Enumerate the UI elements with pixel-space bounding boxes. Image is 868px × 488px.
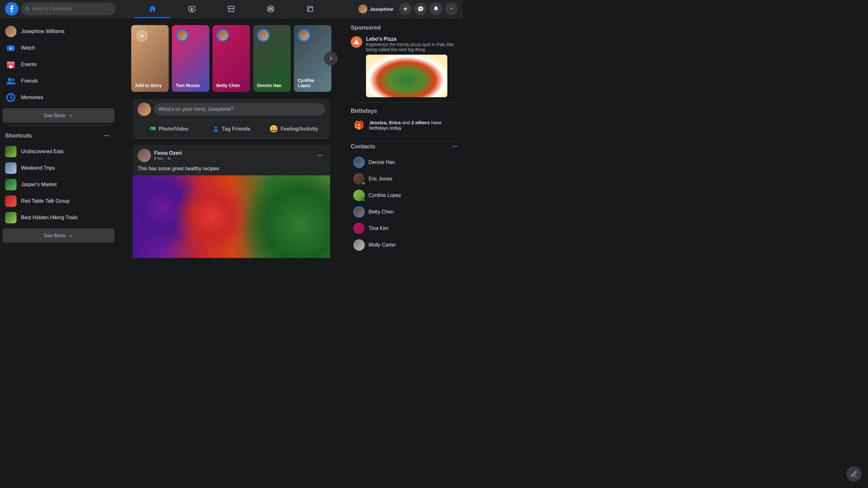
sponsored-item[interactable]: Lebo's Pizza Experience the trendy pizza… — [351, 34, 460, 100]
svg-point-11 — [12, 79, 14, 81]
shortcuts-options[interactable] — [102, 130, 112, 141]
svg-point-25 — [454, 146, 455, 147]
facebook-logo[interactable] — [5, 2, 19, 16]
contact-avatar — [353, 223, 365, 234]
story-card[interactable]: Dennis Han — [253, 25, 291, 92]
post: Fiona Ozeri 5 hrs · This has some great … — [132, 145, 330, 258]
groups-icon — [267, 5, 275, 13]
stories-next-button[interactable] — [324, 52, 338, 65]
post-image[interactable] — [132, 175, 330, 258]
story-avatar — [176, 29, 188, 41]
sponsor-image — [366, 55, 447, 97]
photo-video-button[interactable]: Photo/Video — [137, 123, 200, 135]
search-input[interactable] — [32, 6, 112, 12]
contact-name: Cynthia Lopez — [369, 192, 401, 198]
search-bar[interactable] — [21, 3, 116, 15]
shortcut-item[interactable]: Undiscovered Eats — [3, 143, 114, 160]
contact-avatar — [353, 206, 365, 218]
svg-rect-6 — [309, 8, 313, 11]
composer-avatar[interactable] — [137, 102, 151, 116]
post-timestamp[interactable]: 5 hrs · — [154, 156, 312, 161]
contact-item[interactable]: Cynthia Lopez — [351, 187, 460, 204]
online-indicator — [362, 198, 365, 202]
messenger-button[interactable] — [414, 3, 427, 15]
shortcut-item[interactable]: Red Table Talk Group — [3, 193, 114, 209]
post-options[interactable] — [315, 150, 325, 160]
birthdays-title: Birthdays — [351, 105, 460, 117]
shortcut-thumbnail — [5, 179, 17, 190]
gaming-icon — [306, 5, 314, 13]
svg-rect-5 — [308, 6, 313, 11]
profile-chip[interactable]: Josephine — [357, 3, 397, 14]
svg-point-2 — [268, 6, 274, 12]
home-icon — [148, 4, 157, 13]
tab-home[interactable] — [134, 0, 171, 18]
post-author-avatar[interactable] — [137, 149, 151, 162]
create-button[interactable] — [399, 3, 412, 15]
post-author-name[interactable]: Fiona Ozeri — [154, 150, 312, 156]
shortcut-item[interactable]: Jasper's Market — [3, 176, 114, 193]
shortcuts-see-more[interactable]: See More — [3, 228, 114, 243]
birthday-item[interactable]: 🎁 Jessica, Erica and 2 others have birth… — [351, 117, 460, 133]
sidebar-item-friends[interactable]: Friends — [3, 73, 114, 89]
contacts-options[interactable] — [450, 142, 460, 152]
watch-icon — [5, 42, 17, 54]
see-more-button[interactable]: See More — [3, 108, 114, 123]
contact-name: Molly Carter — [369, 242, 396, 248]
contact-name: Tina Kim — [369, 225, 389, 231]
see-more-label: See More — [43, 233, 65, 239]
tab-groups[interactable] — [252, 0, 289, 18]
main-nav — [134, 0, 329, 18]
contact-item[interactable]: Tina Kim — [351, 220, 460, 237]
story-card[interactable]: Betty Chen — [213, 25, 250, 92]
svg-point-26 — [456, 146, 457, 147]
tab-watch[interactable] — [174, 0, 210, 18]
story-avatar — [216, 29, 229, 41]
account-dropdown[interactable] — [445, 3, 458, 15]
notifications-button[interactable] — [430, 3, 442, 15]
svg-point-20 — [169, 157, 170, 158]
shortcut-item[interactable]: Weekend Trips — [3, 160, 114, 176]
contact-item[interactable]: Eric Jones — [351, 171, 460, 187]
contact-avatar — [353, 190, 365, 201]
top-bar: Josephine — [0, 0, 463, 18]
tab-marketplace[interactable] — [213, 0, 250, 18]
svg-point-0 — [25, 7, 28, 10]
shortcut-item[interactable]: Best Hidden Hiking Trails — [3, 209, 114, 226]
story-card[interactable]: Tom Russo — [172, 25, 209, 92]
ellipsis-icon — [317, 152, 323, 158]
tab-gaming[interactable] — [292, 0, 329, 18]
header-right: Josephine — [357, 3, 458, 15]
svg-point-23 — [321, 155, 322, 156]
contact-item[interactable]: Dennis Han — [351, 154, 460, 171]
sidebar-profile[interactable]: Josephine Williams — [3, 23, 114, 40]
audience-icon — [167, 156, 171, 160]
plus-icon — [402, 6, 409, 12]
shortcut-label: Jasper's Market — [21, 182, 57, 187]
sidebar-item-watch[interactable]: Watch — [3, 40, 114, 56]
sponsored-title: Sponsored — [351, 23, 460, 34]
ellipsis-icon — [452, 143, 458, 150]
contact-name: Eric Jones — [369, 176, 392, 182]
composer: What's on your mind, Josephine? Photo/Vi… — [132, 99, 330, 139]
memories-icon — [5, 92, 17, 103]
contact-item[interactable]: Molly Carter — [351, 237, 460, 253]
sidebar-item-memories[interactable]: Memories — [3, 89, 114, 106]
nav-label: Events — [21, 62, 36, 67]
contact-avatar — [353, 173, 365, 185]
sidebar-item-events[interactable]: Events — [3, 56, 114, 73]
svg-point-15 — [108, 135, 109, 136]
tag-friends-button[interactable]: Tag Friends — [200, 123, 263, 135]
bell-icon — [433, 6, 439, 12]
story-label: Tom Russo — [176, 83, 199, 88]
feeling-button[interactable]: 😀 Feeling/Activity — [262, 123, 325, 135]
add-story[interactable]: +Add to Story — [131, 25, 169, 92]
shortcut-thumbnail — [5, 162, 17, 174]
composer-input[interactable]: What's on your mind, Josephine? — [154, 103, 325, 116]
story-label: Dennis Han — [257, 83, 281, 88]
avatar — [5, 26, 17, 37]
svg-point-10 — [8, 78, 11, 81]
contact-item[interactable]: Betty Chen — [351, 204, 460, 220]
caret-down-icon — [448, 6, 454, 11]
marketplace-icon — [227, 5, 236, 13]
